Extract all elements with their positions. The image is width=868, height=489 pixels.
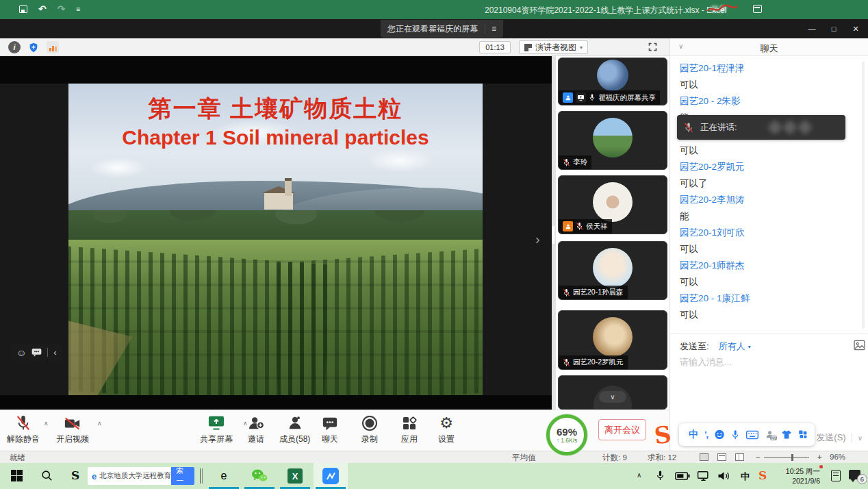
- zoom-level[interactable]: 96%: [830, 453, 845, 461]
- settings-button[interactable]: ⚙ 设置: [438, 415, 455, 445]
- ime-lang-toggle[interactable]: 中: [689, 429, 698, 441]
- taskbar-app-wechat[interactable]: [242, 463, 277, 489]
- sogou-pinned-icon[interactable]: S: [71, 468, 79, 482]
- tray-battery-icon[interactable]: [675, 472, 690, 480]
- taskbar-app-ie[interactable]: e: [207, 463, 241, 489]
- next-page-chevron-icon[interactable]: ›: [535, 231, 540, 247]
- zoom-slider-track[interactable]: [764, 457, 809, 458]
- taskbar-app-excel[interactable]: X: [278, 463, 312, 489]
- network-signal-icon[interactable]: [47, 41, 59, 53]
- excel-statusbar: 就绪 平均值 计数: 9 求和: 12 − + 96%: [0, 451, 868, 463]
- leave-meeting-button[interactable]: 离开会议: [598, 419, 646, 440]
- taskbar-app-meeting[interactable]: [314, 463, 348, 489]
- chat-button[interactable]: 聊天: [322, 415, 338, 445]
- zoom-slider-handle[interactable]: [791, 454, 793, 461]
- tray-expand-chevron-icon[interactable]: ∧: [637, 471, 641, 479]
- ime-punct-toggle[interactable]: ’,: [704, 429, 708, 440]
- chat-sender-name[interactable]: 园艺20-1刘可欣: [680, 225, 854, 241]
- avatar: [593, 317, 633, 357]
- ie-icon: e: [221, 470, 227, 482]
- zoom-in-icon[interactable]: +: [817, 453, 822, 461]
- tray-speaker-icon[interactable]: [717, 471, 730, 481]
- send-to-dropdown[interactable]: 所有人: [719, 340, 745, 353]
- mic-options-chevron-icon[interactable]: ∧: [44, 420, 49, 427]
- reactions-widget: ☺ ‹: [11, 344, 62, 361]
- send-button[interactable]: 发送(S): [816, 431, 845, 444]
- normal-view-icon[interactable]: [700, 453, 709, 461]
- chat-sender-name[interactable]: 园艺20-2罗凯元: [680, 159, 854, 175]
- network-quality-indicator[interactable]: 69% ↑ 1.6K/s: [546, 414, 587, 455]
- participant-tile[interactable]: 瞿福庆的屏幕共享: [558, 58, 667, 105]
- share-options-chevron-icon[interactable]: ∧: [243, 420, 248, 427]
- mic-muted-icon: [684, 122, 693, 134]
- video-options-chevron-icon[interactable]: ∧: [97, 420, 102, 427]
- share-screen-icon: [207, 415, 225, 431]
- invite-button[interactable]: 邀请: [248, 415, 264, 445]
- chat-scrollbar[interactable]: [862, 62, 865, 329]
- fullscreen-icon[interactable]: [648, 42, 658, 52]
- participant-tile[interactable]: 园艺20-2罗凯元: [558, 310, 667, 370]
- undo-icon[interactable]: ↶: [38, 3, 47, 14]
- ime-toolbox-grid-icon[interactable]: [798, 429, 808, 440]
- taskbar-search-widget[interactable]: e 北京地质大学远程教育 搜索一下: [88, 467, 194, 485]
- chat-sender-name[interactable]: 园艺20-1程津津: [680, 60, 854, 77]
- sogou-ime-logo[interactable]: S: [653, 421, 673, 449]
- letterbox-bottom: [0, 395, 552, 410]
- search-widget-button[interactable]: 搜索一下: [171, 467, 194, 485]
- tray-ime-mode[interactable]: 中: [741, 471, 750, 483]
- ribbon-options-icon[interactable]: [753, 5, 762, 13]
- participant-tile[interactable]: 园艺20-1孙晨森: [558, 241, 667, 300]
- page-layout-view-icon[interactable]: [717, 453, 726, 461]
- chat-sender-name[interactable]: 园艺20 - 2朱影: [680, 93, 854, 110]
- page-break-view-icon[interactable]: [735, 453, 744, 461]
- view-mode-dropdown[interactable]: 演讲者视图 ▾: [519, 40, 588, 54]
- members-label: 成员(58): [279, 434, 310, 445]
- chat-sender-name[interactable]: 园艺20-1师群杰: [680, 258, 854, 274]
- windows-start-icon[interactable]: [11, 470, 23, 481]
- record-button[interactable]: 录制: [361, 415, 378, 445]
- quick-access-more-icon[interactable]: ≡: [76, 5, 79, 13]
- participant-tile[interactable]: 李玲: [558, 111, 667, 170]
- send-to-label: 发送至:: [680, 340, 709, 353]
- chat-input-field[interactable]: 请输入消息...: [680, 356, 858, 425]
- collapse-strip-button[interactable]: ∨: [599, 391, 626, 403]
- participant-tile[interactable]: 侯天祥: [558, 175, 667, 234]
- wechat-icon: [251, 468, 268, 484]
- save-icon[interactable]: [19, 5, 27, 13]
- participant-tile-partial[interactable]: ∨: [558, 375, 667, 410]
- tray-network-icon[interactable]: [697, 471, 710, 481]
- meeting-info-icon[interactable]: i: [8, 41, 21, 53]
- tray-mic-icon[interactable]: [656, 469, 665, 482]
- emoji-reaction-icon[interactable]: ☺: [16, 347, 26, 358]
- network-percent: 69%: [557, 427, 577, 437]
- image-attach-icon[interactable]: [854, 340, 865, 351]
- zoom-out-icon[interactable]: −: [756, 453, 761, 461]
- caption-bubble-icon[interactable]: [31, 348, 42, 357]
- taskbar-clock[interactable]: 10:25 周一 2021/9/6: [778, 466, 820, 486]
- tray-sogou-icon[interactable]: S: [758, 468, 767, 482]
- apps-button[interactable]: 应用: [401, 415, 418, 445]
- toast-menu-icon[interactable]: ≡: [485, 24, 496, 34]
- chat-sender-name[interactable]: 园艺20 - 1康江鲜: [680, 290, 854, 307]
- chat-panel-title: 聊天: [670, 42, 868, 55]
- start-video-button[interactable]: 开启视频: [56, 415, 89, 445]
- ime-skin-person-icon[interactable]: 27: [765, 429, 775, 440]
- share-screen-button[interactable]: 共享屏幕: [200, 415, 233, 445]
- members-button[interactable]: 成员(58): [279, 415, 310, 445]
- ime-keyboard-icon[interactable]: [746, 430, 758, 440]
- ime-tshirt-icon[interactable]: [781, 429, 792, 440]
- maximize-button[interactable]: □: [823, 19, 845, 38]
- meeting-timer: 01:13: [479, 41, 511, 53]
- collapse-left-chevron-icon[interactable]: ‹: [53, 347, 56, 358]
- chat-sender-name[interactable]: 园艺20-2李旭涛: [680, 192, 854, 208]
- unmute-button[interactable]: 解除静音: [7, 415, 40, 445]
- security-shield-icon[interactable]: [27, 41, 40, 53]
- taskbar-search-icon[interactable]: [41, 470, 53, 481]
- minimize-button[interactable]: —: [801, 19, 823, 38]
- send-options-chevron-icon[interactable]: ∨: [858, 434, 863, 442]
- ime-voice-icon[interactable]: [731, 429, 739, 441]
- ime-emoji-icon[interactable]: [714, 429, 725, 440]
- sogou-ime-toolbar: 中 ’, 27: [679, 423, 815, 446]
- close-button[interactable]: ✕: [845, 19, 867, 38]
- tray-journal-icon[interactable]: [831, 470, 841, 481]
